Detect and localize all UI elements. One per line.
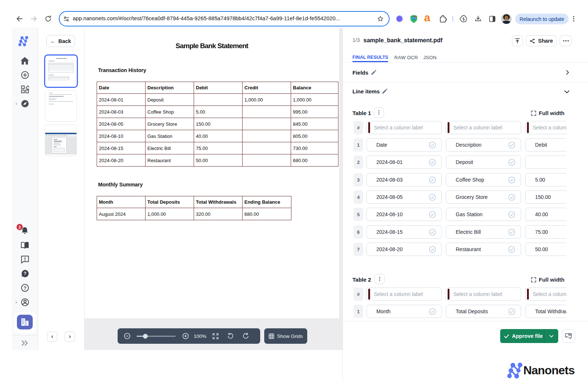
- svg-text:?: ?: [24, 286, 26, 291]
- svg-text:?: ?: [24, 271, 26, 276]
